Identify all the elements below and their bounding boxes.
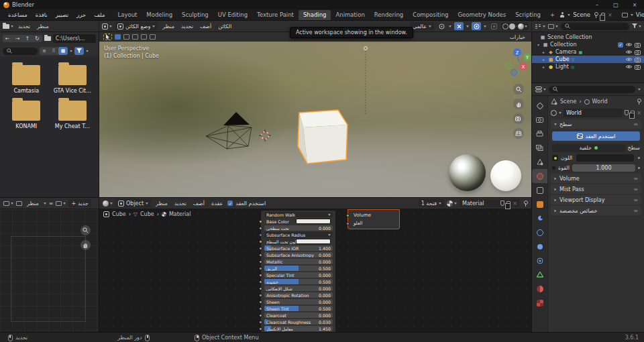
outliner-filter-icon[interactable] <box>632 23 641 29</box>
viewport-menu-item[interactable]: أضف <box>198 23 213 30</box>
node-field[interactable]: Anisotropic Rotation 0.000 <box>264 292 333 298</box>
workspace-tab[interactable]: Modeling <box>142 10 177 20</box>
tab-constraints[interactable] <box>532 253 547 268</box>
create-folder-button[interactable] <box>44 36 51 41</box>
tab-physics[interactable] <box>532 239 547 253</box>
node-socket[interactable] <box>259 233 262 237</box>
color-field[interactable] <box>576 154 634 162</box>
node-socket[interactable] <box>259 220 262 223</box>
tab-render[interactable] <box>532 113 547 127</box>
scene-dropdown-caret[interactable] <box>568 14 570 16</box>
camera-view-icon[interactable] <box>513 113 524 124</box>
node-field[interactable]: تحت سطحي 0.000 <box>264 225 333 231</box>
outliner-row[interactable]: ▸ ● Light ◎ ✓ <box>532 63 644 70</box>
node-field[interactable]: Base Color <box>264 219 333 224</box>
shader-menu-item[interactable]: أضف <box>191 201 207 207</box>
node-field[interactable]: البريق 0.500 <box>264 266 333 271</box>
tab-object-data[interactable] <box>532 268 547 282</box>
fake-user-icon[interactable] <box>500 201 504 206</box>
perspective-toggle-icon[interactable] <box>513 128 524 139</box>
outliner-search-input[interactable] <box>561 23 629 30</box>
app-menu-item[interactable]: تصيير <box>52 11 73 18</box>
viewlayer-dropdown-caret[interactable] <box>631 14 633 16</box>
outliner-row[interactable]: ▾ ▦ Collection ✓ <box>532 41 644 48</box>
drag-handle-icon[interactable]: ≡ <box>633 121 638 127</box>
pan-hand-icon[interactable] <box>80 240 91 250</box>
collapsed-panel-header[interactable]: Viewport Display ≡ <box>551 195 641 205</box>
node-socket[interactable] <box>259 227 262 230</box>
material-browse-icon[interactable] <box>447 201 457 207</box>
node-socket[interactable] <box>346 214 350 217</box>
workspace-tab[interactable]: Rendering <box>370 10 408 20</box>
select-box-mode-icon[interactable] <box>115 34 121 40</box>
folder-item[interactable]: My Cheat T... <box>50 98 95 132</box>
forward-button[interactable]: → <box>13 35 23 42</box>
properties-search-input[interactable] <box>549 86 635 93</box>
node-socket[interactable] <box>259 287 262 290</box>
node-field[interactable]: Clearcoat Roughness 0.030 <box>264 319 333 325</box>
workspace-tab[interactable]: Compositing <box>408 10 453 20</box>
hide-eye-icon[interactable] <box>625 64 633 69</box>
outliner-row[interactable]: ▦ Scene Collection ✓ <box>532 34 644 41</box>
node-field[interactable]: Sheen Tint 0.500 <box>264 306 333 311</box>
shader-menu-item[interactable]: منظر <box>154 201 170 207</box>
back-button[interactable]: ← <box>3 35 13 42</box>
tab-particles[interactable] <box>532 225 547 239</box>
copy-world-icon[interactable] <box>631 111 635 115</box>
vertical-list-icon[interactable]: ≡ <box>40 47 49 55</box>
pin-icon[interactable] <box>523 201 528 207</box>
image-editor-canvas[interactable] <box>0 209 99 332</box>
collapsed-panel-header[interactable]: Volume ≡ <box>551 174 641 183</box>
use-nodes-button[interactable]: استخدم العقد <box>552 131 640 141</box>
tab-tool[interactable] <box>532 99 547 113</box>
image-editor-type[interactable] <box>3 201 13 206</box>
unlink-scene-icon[interactable]: × <box>608 12 612 18</box>
node-socket[interactable] <box>259 253 262 257</box>
render-visibility-icon[interactable] <box>635 64 641 70</box>
close-button[interactable]: × <box>625 0 644 9</box>
collapsed-panel-header[interactable]: خصائص مخصصة ≡ <box>551 206 641 215</box>
viewlayer-name[interactable]: ViewLayer <box>636 11 644 18</box>
world-icon[interactable] <box>551 110 557 116</box>
tab-modifiers[interactable] <box>532 211 547 225</box>
viewport-editor-type[interactable] <box>102 23 112 30</box>
orientation-dropdown[interactable]: عالمي <box>410 22 434 30</box>
node-socket[interactable] <box>259 314 262 317</box>
disclosure-icon[interactable]: ▾ <box>536 42 541 47</box>
folder-item[interactable]: KONAMI <box>4 98 49 132</box>
solid-shading-icon[interactable] <box>509 23 515 30</box>
image-view-menu[interactable]: منظر <box>25 201 41 207</box>
render-visibility-icon[interactable] <box>635 50 641 55</box>
new-image-button[interactable]: +جديد <box>68 199 91 207</box>
tab-material[interactable] <box>532 282 547 296</box>
animate-dot[interactable] <box>638 157 640 159</box>
workspace-tab[interactable]: Texture Paint <box>252 10 299 20</box>
color-swatch[interactable] <box>296 239 331 244</box>
zoom-icon[interactable] <box>513 84 524 95</box>
outliner-row[interactable]: ▸ ■ Cube ▽ ✓ <box>532 56 644 63</box>
app-menu-item[interactable]: نافذة <box>32 11 52 18</box>
workspace-tab[interactable]: Animation <box>331 10 369 20</box>
drag-handle-icon[interactable]: ≡ <box>633 176 638 182</box>
rendered-shading-icon[interactable] <box>518 23 524 30</box>
drag-handle-icon[interactable]: ≡ <box>633 197 638 203</box>
select-invert-mode-icon[interactable] <box>141 34 147 40</box>
hide-eye-icon[interactable] <box>625 50 633 54</box>
horizontal-list-icon[interactable]: ⠿ <box>49 47 58 55</box>
render-visibility-icon[interactable] <box>635 57 641 62</box>
display-settings-caret[interactable] <box>70 50 72 52</box>
workspace-tab[interactable]: UV Editing <box>213 10 252 20</box>
properties-options-caret[interactable] <box>638 89 641 91</box>
node-field[interactable]: لون تحت السطح <box>264 239 333 244</box>
gizmo-toggle[interactable] <box>489 22 498 30</box>
use-nodes-checkbox[interactable]: ✓ <box>227 201 233 206</box>
pivot-point-icon[interactable] <box>437 22 446 30</box>
node-field[interactable]: Random Walk <box>264 212 333 217</box>
filter-toggle[interactable] <box>74 47 84 55</box>
disclosure-icon[interactable]: ▸ <box>541 57 546 62</box>
viewport-menu-item[interactable]: منظر <box>160 23 176 30</box>
node-socket[interactable] <box>259 280 262 284</box>
menu-icon[interactable]: ≡ <box>49 201 54 207</box>
node-socket[interactable] <box>259 274 262 277</box>
node-field[interactable]: Subsurface Radius <box>264 232 333 237</box>
